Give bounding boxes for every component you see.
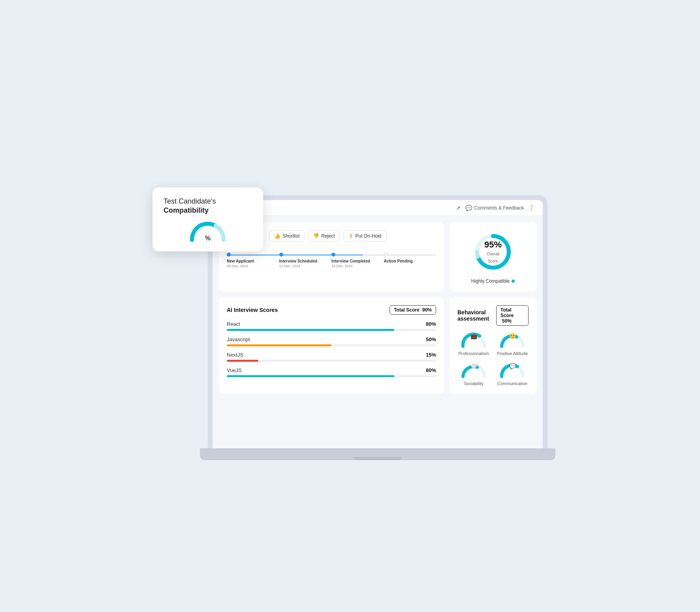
shortlist-button[interactable]: 👍 Shortlist <box>269 230 305 242</box>
score-bar-vue-fill <box>227 375 394 377</box>
timeline-date-2: 12 Dec, 2024 <box>279 264 301 268</box>
attitude-icon: 🙂 <box>509 333 516 339</box>
sociability-gauge: 🤍 <box>460 362 487 378</box>
behavioral-title: Behavioral assessment <box>457 309 496 322</box>
export-icon[interactable]: ↗ <box>456 205 461 211</box>
score-percent: 95% <box>482 240 504 250</box>
score-bar-js-fill <box>227 344 331 346</box>
compatible-text: Highly Compatible <box>471 278 510 284</box>
behavioral-total-value: 50% <box>502 318 512 324</box>
compat-gauge: % <box>188 220 228 242</box>
professionalism-label: Professionalism <box>458 351 489 356</box>
behavioral-grid: 💼 Professionalism <box>457 332 529 386</box>
compat-gauge-area: % <box>164 220 252 242</box>
menu-dots-icon[interactable]: ⋮ <box>529 204 535 212</box>
reject-label: Reject <box>321 233 335 239</box>
timeline-label-1: New Applicant <box>227 259 254 263</box>
score-row-js-header: Javascript 50% <box>227 336 436 342</box>
comments-label: Comments & Feedback <box>474 205 524 211</box>
score-row-vue-value: 80% <box>426 367 436 373</box>
compat-title-bold: Compatibility <box>164 206 209 214</box>
behavioral-total-badge: Total Score 50% <box>496 305 529 326</box>
timeline-date-3: 14 Dec, 2024 <box>331 264 353 268</box>
timeline-step-4: Action Pending <box>384 253 437 264</box>
attitude-gauge: 🙂 <box>499 332 526 348</box>
professionalism-icon: 💼 <box>470 333 477 339</box>
communication-label: Communication <box>497 381 527 386</box>
score-row-vue: VueJS 80% <box>227 367 436 377</box>
professionalism-gauge: 💼 <box>460 332 487 348</box>
score-bar-js-track <box>227 344 436 346</box>
score-ring: 95% Overall Score <box>471 230 515 274</box>
score-row-next: NextJS 15% <box>227 352 436 362</box>
score-bar-next-track <box>227 360 436 362</box>
communication-icon: 💬 <box>509 363 516 369</box>
behavioral-item-communication: 💬 Communication <box>496 362 529 386</box>
sociability-label: Sociability <box>464 381 484 386</box>
score-row-next-name: NextJS <box>227 352 243 358</box>
hold-button[interactable]: ⏸ Put On-Hold <box>343 230 387 242</box>
score-row-vue-name: VueJS <box>227 367 242 373</box>
ai-total-prefix: Total Score <box>394 307 419 313</box>
score-row-react-name: React <box>227 321 240 327</box>
score-card: 95% Overall Score Highly Compatible <box>450 222 536 292</box>
communication-gauge: 💬 <box>499 362 526 378</box>
badge-dot <box>512 280 515 283</box>
ai-scores-title: AI Interview Scores <box>227 307 278 313</box>
timeline-dot-2 <box>279 253 283 257</box>
timeline-dot-1 <box>227 253 231 257</box>
score-row-react: React 80% <box>227 321 436 331</box>
timeline-label-4: Action Pending <box>384 259 413 263</box>
shortlist-icon: 👍 <box>274 233 280 239</box>
compat-title: Test Candidate's Compatibility <box>164 197 252 215</box>
score-row-next-value: 15% <box>426 352 436 358</box>
timeline-step-1: New Applicant 08 Dec, 2024 <box>227 253 279 268</box>
timeline-label-3: Interview Completed <box>331 259 370 263</box>
score-bar-react-fill <box>227 329 394 331</box>
laptop-base <box>200 448 555 460</box>
top-bar-actions: ↗ 💬 Comments & Feedback ⋮ <box>456 204 535 212</box>
timeline-date-1: 08 Dec, 2024 <box>227 264 248 268</box>
ai-total-score-badge: Total Score 90% <box>390 305 436 315</box>
comments-feedback-button[interactable]: 💬 Comments & Feedback <box>465 205 524 211</box>
behavioral-item-professionalism: 💼 Professionalism <box>457 332 490 356</box>
timeline-label-2: Interview Scheduled <box>279 259 318 263</box>
score-row-react-value: 80% <box>426 321 436 327</box>
scene: Test Candidate's Compatibility % <box>152 164 548 448</box>
score-bar-next-fill <box>227 360 258 362</box>
score-row-js-value: 50% <box>426 336 436 342</box>
attitude-label: Positive Attitude <box>497 351 528 356</box>
behavioral-header: Behavioral assessment Total Score 50% <box>457 305 529 326</box>
comment-icon: 💬 <box>465 205 472 211</box>
compat-percent: % <box>205 235 211 242</box>
compat-card: Test Candidate's Compatibility % <box>152 187 263 251</box>
timeline-dot-4 <box>384 253 388 257</box>
behavioral-card: Behavioral assessment Total Score 50% <box>450 297 536 394</box>
behavioral-item-sociability: 🤍 Sociability <box>457 362 490 386</box>
behavioral-item-attitude: 🙂 Positive Attitude <box>496 332 529 356</box>
timeline-step-3: Interview Completed 14 Dec, 2024 <box>331 253 384 268</box>
score-row-react-header: React 80% <box>227 321 436 327</box>
timeline-step-2: Interview Scheduled 12 Dec, 2024 <box>279 253 332 268</box>
behavioral-total-prefix: Total Score <box>501 307 514 318</box>
score-row-next-header: NextJS 15% <box>227 352 436 358</box>
score-bar-vue-track <box>227 375 436 377</box>
ai-scores-card: AI Interview Scores Total Score 90% Reac… <box>219 297 444 394</box>
compatible-badge: Highly Compatible <box>471 278 515 284</box>
score-row-js-name: Javascript <box>227 336 250 342</box>
ai-total-value: 90% <box>422 307 432 313</box>
timeline: New Applicant 08 Dec, 2024 Interview Sch… <box>227 249 436 270</box>
timeline-dot-3 <box>331 253 335 257</box>
hold-icon: ⏸ <box>348 233 354 239</box>
compat-title-line1: Test Candidate's <box>164 197 216 205</box>
score-label: Overall Score <box>487 252 499 263</box>
reject-button[interactable]: 👎 Reject <box>308 230 340 242</box>
reject-icon: 👎 <box>313 233 319 239</box>
score-row-vue-header: VueJS 80% <box>227 367 436 373</box>
action-buttons: 👍 Shortlist 👎 Reject ⏸ Put On-Hold <box>269 230 386 242</box>
sociability-icon: 🤍 <box>470 363 477 369</box>
hold-label: Put On-Hold <box>356 233 382 239</box>
score-bar-react-track <box>227 329 436 331</box>
shortlist-label: Shortlist <box>282 233 299 239</box>
ai-scores-header: AI Interview Scores Total Score 90% <box>227 305 436 315</box>
